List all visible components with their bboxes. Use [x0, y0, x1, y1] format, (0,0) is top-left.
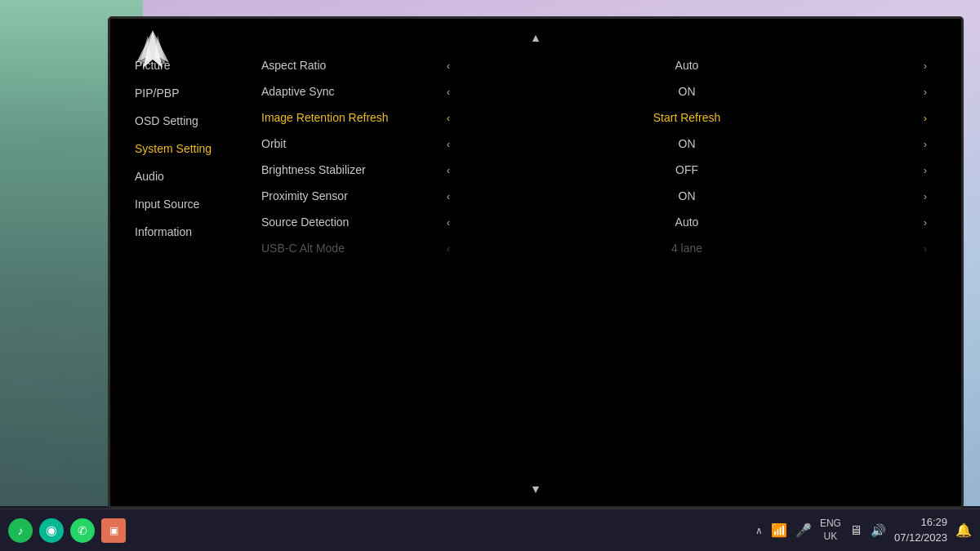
scroll-down-indicator: ▼	[110, 477, 961, 506]
setting-row-source-detection[interactable]: Source Detection ‹ Auto ›	[261, 209, 937, 235]
setting-name-aspect-ratio: Aspect Ratio	[261, 59, 437, 72]
setting-value-adaptive-sync: ON	[460, 85, 914, 98]
spotify-icon[interactable]: ♪	[8, 518, 33, 543]
setting-name-orbit: Orbit	[261, 137, 437, 150]
chevron-right-adaptive-sync: ›	[914, 86, 937, 98]
setting-name-usb-c-alt: USB-C Alt Mode	[261, 242, 437, 255]
nav-item-osd-setting[interactable]: OSD Setting	[135, 108, 261, 134]
setting-name-image-retention: Image Retention Refresh	[261, 111, 437, 124]
setting-name-brightness-stab: Brightness Stabilizer	[261, 163, 437, 176]
google-meet-icon[interactable]: ◉	[39, 518, 64, 543]
chevron-left-proximity-sensor: ‹	[437, 190, 460, 202]
nav-item-input-source[interactable]: Input Source	[135, 191, 261, 217]
setting-value-proximity-sensor: ON	[460, 189, 914, 202]
chevron-left-aspect-ratio: ‹	[437, 60, 460, 72]
chevron-right-usb-c-alt: ›	[914, 242, 937, 255]
chevron-right-aspect-ratio: ›	[914, 60, 937, 72]
photos-icon[interactable]: ▣	[101, 518, 126, 543]
setting-name-adaptive-sync: Adaptive Sync	[261, 85, 437, 98]
notification-bell-icon[interactable]: 🔔	[956, 522, 972, 538]
display-icon: 🖥	[849, 523, 862, 538]
corsair-logo	[128, 29, 177, 74]
chevron-left-usb-c-alt: ‹	[437, 242, 460, 255]
setting-row-brightness-stab[interactable]: Brightness Stabilizer ‹ OFF ›	[261, 157, 937, 183]
chevron-left-brightness-stab: ‹	[437, 164, 460, 176]
chevron-left-orbit: ‹	[437, 138, 460, 150]
chevron-up-icon[interactable]: ∧	[755, 525, 763, 536]
taskbar-apps: ♪ ◉ ✆ ▣	[8, 518, 755, 543]
taskbar: ♪ ◉ ✆ ▣ ∧ 📶 🎤 ENG UK 🖥 🔊 16:29 07/12/202…	[0, 509, 980, 551]
nav-menu: Picture PIP/PBP OSD Setting System Setti…	[135, 48, 261, 477]
volume-icon: 🔊	[871, 523, 886, 538]
nav-item-audio[interactable]: Audio	[135, 163, 261, 189]
whatsapp-icon[interactable]: ✆	[70, 518, 95, 543]
setting-name-proximity-sensor: Proximity Sensor	[261, 189, 437, 202]
clock: 16:29 07/12/2023	[894, 515, 947, 544]
setting-row-aspect-ratio[interactable]: Aspect Ratio ‹ Auto ›	[261, 52, 937, 78]
nav-item-information[interactable]: Information	[135, 219, 261, 245]
chevron-right-image-retention: ›	[914, 112, 937, 124]
setting-name-source-detection: Source Detection	[261, 216, 437, 229]
scroll-up-indicator: ▲	[110, 19, 961, 48]
chevron-left-adaptive-sync: ‹	[437, 86, 460, 98]
setting-row-orbit[interactable]: Orbit ‹ ON ›	[261, 131, 937, 157]
wifi-icon: 📶	[771, 522, 787, 538]
setting-value-brightness-stab: OFF	[460, 163, 914, 176]
setting-value-aspect-ratio: Auto	[460, 59, 914, 72]
chevron-right-proximity-sensor: ›	[914, 190, 937, 202]
setting-value-usb-c-alt: 4 lane	[460, 242, 914, 255]
nav-item-pip-pbp[interactable]: PIP/PBP	[135, 80, 261, 106]
setting-row-image-retention[interactable]: Image Retention Refresh ‹ Start Refresh …	[261, 104, 937, 131]
setting-value-orbit: ON	[460, 137, 914, 150]
setting-row-adaptive-sync[interactable]: Adaptive Sync ‹ ON ›	[261, 78, 937, 104]
chevron-left-source-detection: ‹	[437, 216, 460, 229]
chevron-right-orbit: ›	[914, 138, 937, 150]
language-indicator: ENG UK	[820, 518, 841, 543]
setting-row-proximity-sensor[interactable]: Proximity Sensor ‹ ON ›	[261, 183, 937, 209]
chevron-left-image-retention: ‹	[437, 112, 460, 124]
settings-panel: Aspect Ratio ‹ Auto › Adaptive Sync ‹ ON…	[261, 48, 937, 477]
microphone-icon: 🎤	[795, 522, 812, 538]
nav-item-system-setting[interactable]: System Setting	[135, 136, 261, 162]
setting-row-usb-c-alt[interactable]: USB-C Alt Mode ‹ 4 lane ›	[261, 235, 937, 261]
chevron-right-source-detection: ›	[914, 216, 937, 229]
setting-value-image-retention: Start Refresh	[460, 111, 914, 124]
setting-value-source-detection: Auto	[460, 216, 914, 229]
chevron-right-brightness-stab: ›	[914, 164, 937, 176]
system-tray: ∧ 📶 🎤 ENG UK 🖥 🔊 16:29 07/12/2023 🔔	[755, 515, 972, 544]
